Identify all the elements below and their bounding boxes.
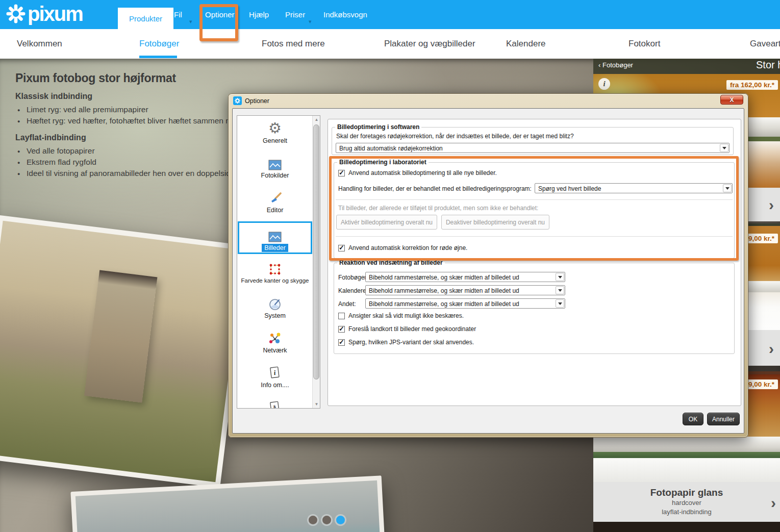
sidebar-item-generelt[interactable]: ⚙ Generelt xyxy=(239,117,311,151)
row-label-fotoboeger: Fotobøger: xyxy=(338,274,368,281)
chevron-down-icon[interactable] xyxy=(720,144,728,152)
product-category-nav: Velkommen Fotobøger Fotos med mere Plaka… xyxy=(0,29,780,59)
chevron-down-icon[interactable] xyxy=(556,286,564,294)
sidebar-item-fotokilder[interactable]: Fotokilder xyxy=(239,152,311,186)
checkbox-row-jps-variant[interactable]: Spørg, hvilken JPS-variant der skal anve… xyxy=(338,339,474,346)
paragraph-document-icon: § xyxy=(239,396,311,409)
tab-velkommen[interactable]: Velkommen xyxy=(17,29,62,59)
dropdown-value: Brug altid automatisk rødøjekorrektion xyxy=(339,145,718,152)
tab-gaveartikler[interactable]: Gaveart xyxy=(750,29,780,59)
checkbox-label: Foreslå landkort til billeder med geokoo… xyxy=(348,325,476,333)
pagination-dot-active[interactable] xyxy=(336,516,345,524)
ok-button[interactable]: OK xyxy=(683,413,703,425)
product-title: Pixum fotobog stor højformat xyxy=(15,71,321,85)
image-icon xyxy=(239,224,311,242)
sidebar-item-label: Netværk xyxy=(239,347,311,354)
top-navigation-bar: pixum Produkter Fil ▾ Optioner Hjælp Pri… xyxy=(0,0,780,29)
sidebar-item-billeder[interactable]: Billeder xyxy=(238,221,312,254)
dropdown-value: Spørg ved hvert billede xyxy=(538,185,721,192)
scroll-up-icon[interactable]: ▲ xyxy=(313,116,320,123)
menu-hjaelp[interactable]: Hjælp xyxy=(249,0,269,29)
dialog-sidebar: ⚙ Generelt Fotokilder Editor Billeder xyxy=(237,115,320,409)
info-icon[interactable]: i xyxy=(598,78,610,90)
activate-optimization-button[interactable]: Aktivér billedoptimering overalt nu xyxy=(336,215,437,230)
pixum-logo[interactable]: pixum xyxy=(6,3,83,25)
pixum-sun-icon xyxy=(6,4,26,23)
tab-plakater[interactable]: Plakater og vægbilleder xyxy=(384,29,475,59)
chevron-down-icon[interactable] xyxy=(723,184,732,192)
carousel-pagination[interactable] xyxy=(309,516,345,524)
product-card-caption-fotopapir[interactable]: Fotopapir glans hardcover layflat-indbin… xyxy=(593,482,780,522)
sidebar-item-info-om[interactable]: i Info om.... xyxy=(239,362,311,395)
group-title: Billedoptimering i laboratoriet xyxy=(337,159,429,166)
pagination-dot[interactable] xyxy=(309,516,317,524)
logo-text: pixum xyxy=(28,3,83,25)
scroll-down-icon[interactable]: ▼ xyxy=(313,400,320,408)
deactivate-optimization-button[interactable]: Deaktiver billedoptimering overalt nu xyxy=(441,215,549,230)
checkbox-label: Anvend automatisk billedoptimering til a… xyxy=(348,169,497,176)
dialog-titlebar[interactable]: Optioner X xyxy=(228,93,748,108)
menu-produkter[interactable]: Produkter xyxy=(118,8,173,29)
checkbox-unchecked-icon[interactable] xyxy=(338,313,345,319)
andet-dropdown[interactable]: Bibehold rammestørrelse, og skær midten … xyxy=(365,298,565,309)
checkbox-row-red-eyes[interactable]: Anvend automatisk korrektion for røde øj… xyxy=(338,244,467,251)
checkbox-checked-icon[interactable] xyxy=(338,245,345,251)
scrollbar-thumb[interactable] xyxy=(313,124,319,379)
chevron-right-icon[interactable]: › xyxy=(769,196,774,214)
dialog-content-panel: Billedoptimering i softwaren Skal der fo… xyxy=(328,119,741,406)
sidebar-item-label: Farvede kanter og skygge xyxy=(239,277,311,284)
card-subtitle: hardcover xyxy=(593,498,780,508)
checkbox-label: Ansigter skal så vidt muligt ikke beskær… xyxy=(348,312,464,319)
kalendere-dropdown[interactable]: Bibehold rammestørrelse, og skær midten … xyxy=(365,285,565,295)
chevron-right-icon[interactable]: › xyxy=(771,494,776,512)
cancel-button[interactable]: Annuller xyxy=(707,413,740,425)
pagination-dot[interactable] xyxy=(322,516,331,524)
handling-dropdown[interactable]: Spørg ved hvert billede xyxy=(535,183,733,193)
menu-fil[interactable]: Fil xyxy=(174,0,182,29)
back-link-fotoboeger[interactable]: ‹ Fotobøger xyxy=(598,61,633,69)
chevron-right-icon[interactable]: › xyxy=(769,340,774,358)
checkbox-checked-icon[interactable] xyxy=(338,326,345,333)
dialog-body: ⚙ Generelt Fotokilder Editor Billeder xyxy=(232,108,744,434)
sidebar-item-label: Editor xyxy=(239,207,311,214)
tab-fotokort[interactable]: Fotokort xyxy=(628,29,660,59)
checkbox-label: Spørg, hvilken JPS-variant der skal anve… xyxy=(348,339,474,346)
tab-fotos-med-mere[interactable]: Fotos med mere xyxy=(262,29,325,59)
dropdown-value: Bibehold rammestørrelse, og skær midten … xyxy=(369,287,553,294)
pixum-app-icon xyxy=(233,96,242,105)
lighthouse-photo xyxy=(0,221,244,483)
sidebar-item-label: System xyxy=(239,312,311,319)
chevron-down-icon[interactable] xyxy=(556,273,564,281)
checkbox-label: Anvend automatisk korrektion for røde øj… xyxy=(348,244,467,251)
lighthouse-tower xyxy=(84,270,158,402)
sidebar-item-system[interactable]: System xyxy=(239,292,311,326)
dropdown-caret-icon: ▾ xyxy=(189,18,192,25)
product-panel-header: ‹ Fotobøger Stor hø xyxy=(593,58,780,74)
fotoboeger-dropdown[interactable]: Bibehold rammestørrelse, og skær midten … xyxy=(365,272,565,282)
sidebar-item-editor[interactable]: Editor xyxy=(239,187,311,220)
tab-fotoboeger[interactable]: Fotobøger xyxy=(139,29,179,59)
book-pages-strip xyxy=(593,437,780,452)
photobook-lighthouse xyxy=(0,215,249,488)
sidebar-scrollbar[interactable]: ▲ ▼ xyxy=(312,116,320,408)
menu-priser[interactable]: Priser xyxy=(285,0,305,29)
redeye-correction-dropdown[interactable]: Brug altid automatisk rødøjekorrektion xyxy=(336,143,729,153)
network-icon xyxy=(239,327,311,345)
checkbox-row-faces[interactable]: Ansigter skal så vidt muligt ikke beskær… xyxy=(338,312,464,319)
redeye-question-label: Skal der foretages rødøjekorrektion, når… xyxy=(336,133,574,140)
checkbox-checked-icon[interactable] xyxy=(338,339,345,346)
sidebar-item-farvede-kanter[interactable]: Farvede kanter og skygge xyxy=(239,258,311,291)
menu-optioner[interactable]: Optioner xyxy=(205,0,235,29)
chevron-down-icon[interactable] xyxy=(556,299,564,308)
sidebar-item-legal[interactable]: § xyxy=(239,396,311,409)
tab-kalendere[interactable]: Kalendere xyxy=(506,29,546,59)
close-icon[interactable]: X xyxy=(720,95,743,105)
checkbox-checked-icon[interactable] xyxy=(338,170,345,176)
sidebar-item-netvaerk[interactable]: Netværk xyxy=(239,327,311,361)
gear-icon: ⚙ xyxy=(239,117,311,136)
group-reaktion-indsaetning: Reaktion ved indsætning af billeder Foto… xyxy=(334,263,735,354)
menu-indkoebsvogn[interactable]: Indkøbsvogn xyxy=(323,0,367,29)
image-icon xyxy=(239,152,311,170)
checkbox-row-auto-optimize[interactable]: Anvend automatisk billedoptimering til a… xyxy=(338,169,497,176)
checkbox-row-geomap[interactable]: Foreslå landkort til billeder med geokoo… xyxy=(338,325,476,333)
